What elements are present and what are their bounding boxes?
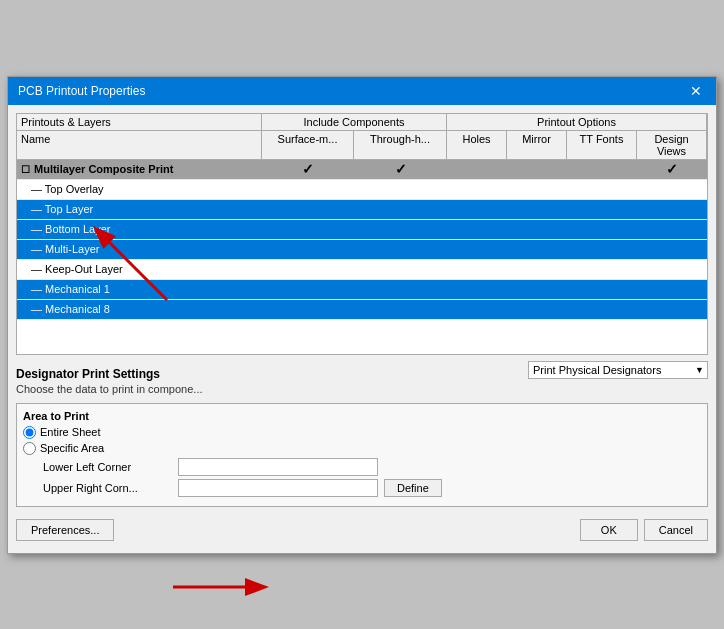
main-content: Printouts & Layers Include Components Pr…	[8, 105, 716, 553]
sh-ttfonts: TT Fonts	[567, 131, 637, 159]
entire-sheet-radio[interactable]	[23, 426, 36, 439]
area-title: Area to Print	[23, 410, 701, 422]
designator-section: Designator Print Settings Choose the dat…	[16, 361, 708, 399]
title-bar: PCB Printout Properties ✕	[8, 77, 716, 105]
printouts-layers-header: Printouts & Layers	[17, 114, 262, 130]
designator-right: Print Physical Designators Print Logical…	[528, 361, 708, 379]
dialog-title: PCB Printout Properties	[18, 84, 145, 98]
designator-dropdown[interactable]: Print Physical Designators Print Logical…	[528, 361, 708, 379]
bottom-buttons: Preferences... OK Cancel	[16, 515, 708, 545]
ok-cancel-group: OK Cancel	[580, 519, 708, 541]
subheader-row: Name Surface-m... Through-h... Holes Mir…	[16, 131, 708, 160]
upper-right-input[interactable]	[178, 479, 378, 497]
sh-mirror: Mirror	[507, 131, 567, 159]
upper-right-label: Upper Right Corn...	[43, 482, 178, 494]
lr-designviews: ✓	[637, 161, 707, 177]
layers-table: ☐ Multilayer Composite Print ✓ ✓ ✓ — Top…	[16, 160, 708, 355]
layer-name: — Keep-Out Layer	[17, 263, 262, 275]
layer-row[interactable]: — Keep-Out Layer	[17, 260, 707, 280]
layer-row[interactable]: — Top Overlay	[17, 180, 707, 200]
define-button[interactable]: Define	[384, 479, 442, 497]
sh-holes: Holes	[447, 131, 507, 159]
lr-through: ✓	[354, 161, 447, 177]
upper-right-row: Upper Right Corn... Define	[23, 479, 701, 497]
designator-text: Choose the data to print in compone...	[16, 383, 518, 395]
lower-left-row: Lower Left Corner	[23, 458, 701, 476]
layer-name: — Multi-Layer	[17, 243, 262, 255]
layer-row[interactable]: ☐ Multilayer Composite Print ✓ ✓ ✓	[17, 160, 707, 180]
entire-sheet-label: Entire Sheet	[40, 426, 101, 438]
printout-options-header: Printout Options	[447, 114, 707, 130]
area-section: Area to Print Entire Sheet Specific Area…	[16, 403, 708, 507]
designator-select-wrapper: Print Physical Designators Print Logical…	[528, 361, 708, 379]
specific-area-radio[interactable]	[23, 442, 36, 455]
include-components-header: Include Components	[262, 114, 447, 130]
close-button[interactable]: ✕	[686, 83, 706, 99]
entire-sheet-row: Entire Sheet	[23, 426, 701, 439]
layer-name: — Top Overlay	[17, 183, 262, 195]
layer-name: — Bottom Layer	[17, 223, 262, 235]
sh-designviews: Design Views	[637, 131, 707, 159]
column-group-headers: Printouts & Layers Include Components Pr…	[16, 113, 708, 131]
designator-label: Designator Print Settings	[16, 367, 518, 381]
lr-surface: ✓	[262, 161, 354, 177]
sh-name: Name	[17, 131, 262, 159]
layer-name: — Mechanical 8	[17, 303, 262, 315]
layer-row[interactable]: — Top Layer	[17, 200, 707, 220]
lower-left-input[interactable]	[178, 458, 378, 476]
layer-row[interactable]: — Bottom Layer	[17, 220, 707, 240]
ok-button[interactable]: OK	[580, 519, 638, 541]
cancel-button[interactable]: Cancel	[644, 519, 708, 541]
specific-area-row: Specific Area	[23, 442, 701, 455]
arrow-delete	[163, 557, 283, 620]
layer-name: — Top Layer	[17, 203, 262, 215]
sh-through: Through-h...	[354, 131, 447, 159]
preferences-button[interactable]: Preferences...	[16, 519, 114, 541]
sh-surface: Surface-m...	[262, 131, 354, 159]
layer-row[interactable]: — Mechanical 1	[17, 280, 707, 300]
lower-left-label: Lower Left Corner	[43, 461, 178, 473]
pcb-printout-dialog: PCB Printout Properties ✕ Printouts & La…	[7, 76, 717, 554]
layer-row[interactable]: — Multi-Layer	[17, 240, 707, 260]
layer-name: ☐ Multilayer Composite Print	[17, 163, 262, 175]
designator-left: Designator Print Settings Choose the dat…	[16, 361, 518, 399]
layer-name: — Mechanical 1	[17, 283, 262, 295]
layer-row[interactable]: — Mechanical 8	[17, 300, 707, 320]
specific-area-label: Specific Area	[40, 442, 104, 454]
